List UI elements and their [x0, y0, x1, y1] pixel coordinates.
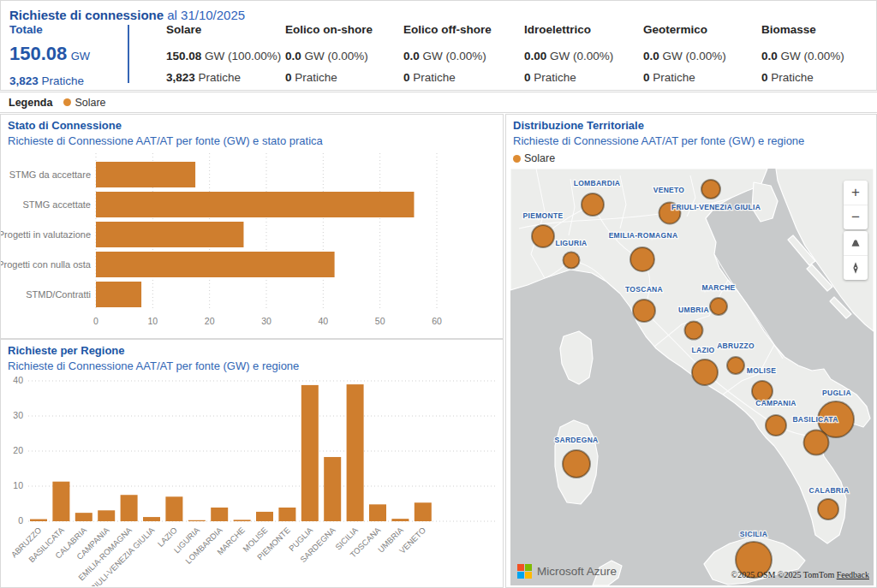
svg-text:10: 10	[13, 480, 23, 490]
zoom-in-button[interactable]: +	[844, 181, 868, 205]
stato-bar-chart: 0102030405060STMG da accettareSTMG accet…	[1, 146, 503, 338]
map-title: Distribuzione Territoriale	[513, 119, 644, 132]
source-name: Idroelettrico	[524, 23, 643, 36]
source-column-geotermico: Geotermico0.0 GW (0.00%)0 Pratiche	[643, 23, 761, 87]
total-block: Totale 150.08 GW 3,823 Pratiche	[9, 23, 128, 87]
bubble-emilia-romagna[interactable]	[630, 247, 654, 271]
regioni-bar-puglia[interactable]	[301, 385, 319, 521]
map-view-controls	[844, 231, 868, 280]
bubble-campania[interactable]	[766, 415, 786, 436]
map-label-abruzzo: ABRUZZO	[717, 342, 755, 350]
source-column-eolico-off-shore: Eolico off-shore0.0 GW (0.00%)0 Pratiche	[403, 23, 524, 87]
stato-bar-4[interactable]	[96, 252, 335, 277]
regioni-bar-calabria[interactable]	[75, 513, 92, 521]
source-count: 0 Pratiche	[643, 71, 761, 84]
bubble-abruzzo[interactable]	[727, 357, 744, 374]
map-label-puglia: PUGLIA	[822, 389, 851, 397]
total-label: Totale	[9, 23, 128, 36]
map-label-liguria: LIGURIA	[555, 239, 587, 247]
source-column-idroelettrico: Idroelettrico0.00 GW (0.00%)0 Pratiche	[524, 23, 643, 87]
map-label-calabria: CALABRIA	[809, 486, 850, 495]
bubble-toscana[interactable]	[633, 300, 655, 322]
legend-item-solare[interactable]: Solare	[75, 97, 105, 109]
regioni-bar-emilia-romagna[interactable]	[121, 495, 138, 521]
svg-text:30: 30	[261, 316, 271, 326]
total-gw-value: 150.08	[9, 43, 67, 64]
compass-icon	[848, 260, 863, 276]
bubble-lazio[interactable]	[692, 359, 718, 385]
regioni-bar-lazio[interactable]	[165, 496, 182, 521]
header-divider	[128, 25, 129, 83]
map-legend: Solare	[513, 152, 555, 164]
svg-text:0: 0	[18, 515, 23, 526]
azure-map[interactable]: PIEMONTELOMBARDIALIGURIAVENETOFRIULI-VEN…	[510, 169, 874, 585]
bubble-friuli-venezia giulia[interactable]	[701, 180, 720, 199]
regioni-bar-campania[interactable]	[98, 510, 115, 521]
richieste-per-regione-panel: Richieste per Regione Richieste di Conne…	[0, 339, 504, 588]
source-count: 0 Pratiche	[524, 71, 643, 84]
microsoft-azure-logo: Microsoft Azure	[517, 564, 617, 579]
source-name: Eolico off-shore	[403, 23, 524, 36]
source-count: 0 Pratiche	[403, 71, 524, 84]
bubble-piemonte[interactable]	[532, 225, 554, 247]
bubble-liguria[interactable]	[564, 252, 580, 269]
total-count: 3,823	[9, 74, 39, 87]
zoom-out-button[interactable]: −	[844, 205, 868, 229]
bubble-marche[interactable]	[710, 298, 727, 315]
summary-header: Richieste di connessione al 31/10/2025 T…	[0, 0, 877, 91]
map-subtitle: Richieste di Connessione AAT/AT per font…	[513, 134, 804, 147]
regioni-bar-marche[interactable]	[234, 520, 251, 521]
regioni-bar-lombardia[interactable]	[211, 508, 228, 521]
map-attribution: ©2025 OSM ©2025 TomTom Feedback	[731, 570, 869, 579]
source-name: Geotermico	[643, 23, 761, 36]
bubble-sardegna[interactable]	[563, 450, 590, 478]
map-label-lazio: LAZIO	[692, 346, 715, 354]
regioni-bar-friuli-venezia giulia[interactable]	[143, 517, 160, 521]
svg-text:20: 20	[13, 445, 23, 455]
regioni-bar-toscana[interactable]	[369, 504, 386, 521]
total-count-label: Pratiche	[42, 74, 85, 87]
regioni-bar-piemonte[interactable]	[278, 508, 295, 521]
regioni-bar-liguria[interactable]	[188, 520, 206, 521]
stato-bar-5[interactable]	[96, 282, 141, 307]
regioni-bar-abruzzo[interactable]	[30, 520, 47, 521]
map-label-sardegna: SARDEGNA	[554, 436, 598, 444]
bubble-umbria[interactable]	[685, 322, 703, 340]
stato-category-label: STMD/Contratti	[26, 289, 91, 300]
map-label-basilicata: BASILICATA	[792, 415, 838, 424]
regioni-bar-basilicata[interactable]	[52, 482, 69, 521]
regioni-bar-sicilia[interactable]	[347, 384, 364, 521]
bubble-lombardia[interactable]	[582, 193, 604, 216]
pitch-button[interactable]	[844, 231, 868, 255]
source-gw-value: 0.0 GW (0.00%)	[761, 50, 869, 62]
map-label-campania: CAMPANIA	[755, 399, 796, 407]
stato-category-label: STMG da accettare	[9, 169, 91, 180]
regioni-bar-chart: 010203040ABRUZZOBASILICATACALABRIACAMPAN…	[1, 375, 503, 586]
map-label-molise: MOLISE	[747, 366, 776, 375]
map-legend-item-solare[interactable]: Solare	[524, 152, 555, 164]
total-gw-unit: GW	[71, 50, 90, 62]
regioni-bar-veneto[interactable]	[415, 502, 432, 521]
svg-text:60: 60	[432, 316, 442, 326]
stato-bar-2[interactable]	[96, 192, 414, 217]
stato-bar-3[interactable]	[96, 222, 243, 247]
svg-text:40: 40	[13, 375, 23, 385]
feedback-link[interactable]: Feedback	[837, 570, 869, 579]
map-copyright: ©2025 OSM ©2025 TomTom	[731, 570, 835, 579]
source-gw-value: 0.0 GW (0.00%)	[643, 50, 761, 62]
map-label-piemonte: PIEMONTE	[523, 211, 564, 220]
regioni-bar-umbria[interactable]	[391, 519, 409, 521]
source-gw-value: 0.0 GW (0.00%)	[285, 50, 403, 62]
bubble-calabria[interactable]	[818, 499, 838, 520]
bubble-basilicata[interactable]	[804, 431, 829, 455]
map-label-umbria: UMBRIA	[678, 306, 709, 314]
microsoft-logo-icon	[517, 564, 532, 579]
regioni-bar-sardegna[interactable]	[324, 457, 341, 521]
svg-text:0: 0	[93, 316, 98, 326]
compass-button[interactable]	[844, 255, 868, 280]
stato-chart-title: Stato di Connessione	[8, 119, 122, 132]
regioni-bar-molise[interactable]	[256, 512, 273, 521]
distribuzione-territoriale-panel: Distribuzione Territoriale Richieste di …	[505, 114, 877, 588]
stato-bar-1[interactable]	[96, 162, 195, 187]
azure-logo-text: Microsoft Azure	[537, 565, 617, 578]
